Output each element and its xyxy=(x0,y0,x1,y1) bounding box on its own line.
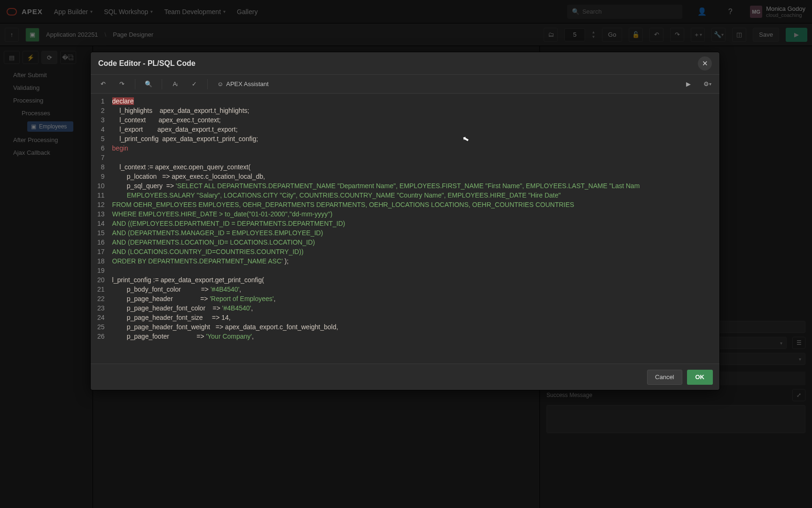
page-toolbar: ↑ ▣ Application 202251 \ Page Designer 🗂… xyxy=(0,24,812,46)
go-button[interactable]: Go xyxy=(602,28,622,42)
page-down-icon[interactable]: ▼ xyxy=(592,35,595,39)
chevron-down-icon: ▾ xyxy=(799,357,801,362)
create-icon[interactable]: ＋▾ xyxy=(691,28,705,42)
code-editor-modal: Code Editor - PL/SQL Code ✕ ↶ ↷ 🔍 Aᵢ ✓ ☺… xyxy=(90,52,720,390)
breadcrumb-page[interactable]: Page Designer xyxy=(113,31,153,38)
cancel-button[interactable]: Cancel xyxy=(647,370,682,385)
lock-icon[interactable]: 🔓 xyxy=(629,28,643,42)
help-icon[interactable]: ? xyxy=(722,3,739,20)
process-icon: ▣ xyxy=(31,123,36,130)
search-placeholder: Search xyxy=(582,8,601,15)
utilities-icon[interactable]: 🔧▾ xyxy=(711,28,726,42)
find-icon[interactable]: 🔍 xyxy=(141,78,156,91)
search-input[interactable]: 🔍 Search xyxy=(567,5,682,19)
page-number-input[interactable] xyxy=(564,28,585,41)
rendering-tab-icon[interactable]: ▤ xyxy=(4,51,20,64)
top-nav: APEX App Builder▾ SQL Workshop▾ Team Dev… xyxy=(0,0,812,24)
user-workspace: cloud_coaching xyxy=(766,12,805,18)
chevron-down-icon: ▾ xyxy=(150,9,153,14)
run-code-icon[interactable]: ▶ xyxy=(681,78,696,91)
oracle-icon xyxy=(7,8,17,16)
expand-icon[interactable]: ⤢ xyxy=(792,389,805,401)
point-menu-icon[interactable]: ☰ xyxy=(792,337,805,349)
brand-text: APEX xyxy=(22,8,43,16)
prop-success-msg-field[interactable] xyxy=(547,405,805,433)
redo-icon[interactable]: ↷ xyxy=(670,28,684,42)
autocomplete-icon[interactable]: Aᵢ xyxy=(168,78,183,91)
tree-employees[interactable]: ▣Employees xyxy=(27,121,73,132)
apex-assistant-button[interactable]: ☺ APEX Assistant xyxy=(213,80,273,87)
dynamic-actions-tab-icon[interactable]: ⚡ xyxy=(23,51,39,64)
page-up-icon[interactable]: ▲ xyxy=(592,30,595,34)
tree-ajax[interactable]: Ajax Callback xyxy=(0,146,93,159)
nav-app-builder[interactable]: App Builder▾ xyxy=(54,8,93,16)
run-button[interactable]: ▶ xyxy=(786,28,807,42)
tree-processing[interactable]: Processing xyxy=(0,94,93,107)
undo-icon[interactable]: ↶ xyxy=(649,28,664,42)
avatar: MG xyxy=(750,6,762,18)
tree-processes[interactable]: Processes xyxy=(0,107,93,119)
breadcrumb-app[interactable]: Application 202251 xyxy=(46,31,98,38)
tree-validating[interactable]: Validating xyxy=(0,81,93,94)
page-finder-icon[interactable]: 🗂 xyxy=(544,28,558,42)
nav-gallery[interactable]: Gallery xyxy=(237,8,258,16)
logo[interactable]: APEX xyxy=(7,8,43,16)
redo-icon[interactable]: ↷ xyxy=(114,78,129,91)
undo-icon[interactable]: ↶ xyxy=(95,78,110,91)
ok-button[interactable]: OK xyxy=(687,370,713,385)
assistant-icon: ☺ xyxy=(217,80,223,87)
line-gutter: 1234567891011121314151617181920212223242… xyxy=(91,94,109,364)
up-icon[interactable]: ↑ xyxy=(5,28,19,42)
chevron-down-icon: ▾ xyxy=(780,341,782,346)
editor-toolbar: ↶ ↷ 🔍 Aᵢ ✓ ☺ APEX Assistant ▶ ⚙▾ xyxy=(91,75,719,94)
chevron-down-icon: ▾ xyxy=(90,9,93,14)
left-panel: ▤ ⚡ ⟳ �⿻ After Submit Validating Process… xyxy=(0,46,93,508)
nav-team-dev[interactable]: Team Development▾ xyxy=(164,8,226,16)
user-menu[interactable]: MG Monica Godoy cloud_coaching xyxy=(750,5,805,18)
validate-icon[interactable]: ✓ xyxy=(187,78,202,91)
code-editor[interactable]: 1234567891011121314151617181920212223242… xyxy=(91,94,719,364)
tree-after-processing[interactable]: After Processing xyxy=(0,134,93,146)
admin-icon[interactable]: 👤 xyxy=(694,3,710,20)
processing-tab-icon[interactable]: ⟳ xyxy=(41,51,57,64)
shared-tab-icon[interactable]: �⿻ xyxy=(60,51,76,64)
search-icon: 🔍 xyxy=(572,8,579,15)
save-button[interactable]: Save xyxy=(753,28,779,42)
shared-components-icon[interactable]: ◫ xyxy=(732,28,746,42)
code-content[interactable]: declare l_highlights apex_data_export.t_… xyxy=(109,94,719,364)
user-name: Monica Godoy xyxy=(766,5,805,12)
chevron-down-icon: ▾ xyxy=(223,9,226,14)
nav-sql-workshop[interactable]: SQL Workshop▾ xyxy=(104,8,153,16)
breadcrumb-sep: \ xyxy=(105,31,107,38)
tree-after-submit[interactable]: After Submit xyxy=(0,69,93,81)
close-icon[interactable]: ✕ xyxy=(698,56,712,71)
app-icon[interactable]: ▣ xyxy=(25,28,39,42)
prop-success-msg-label: Success Message xyxy=(547,392,608,398)
modal-title: Code Editor - PL/SQL Code xyxy=(98,59,195,68)
settings-icon[interactable]: ⚙▾ xyxy=(700,78,715,91)
